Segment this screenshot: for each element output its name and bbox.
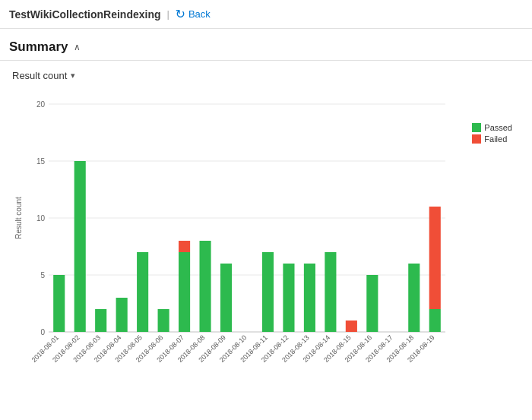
bar-passed[interactable]: [179, 252, 190, 332]
bar-passed[interactable]: [53, 275, 65, 332]
result-count-row: Result count ▾: [12, 70, 520, 81]
bar-chart: 05101520Result count2018-08-012018-08-02…: [12, 89, 514, 393]
failed-label: Failed: [484, 134, 507, 144]
bar-passed[interactable]: [429, 309, 441, 332]
failed-color-box: [472, 134, 481, 144]
bar-passed[interactable]: [283, 264, 294, 332]
bar-passed[interactable]: [95, 309, 106, 332]
svg-text:15: 15: [36, 157, 46, 166]
bar-failed[interactable]: [346, 321, 357, 332]
bar-passed[interactable]: [158, 309, 169, 332]
passed-color-box: [472, 123, 481, 132]
svg-text:Result count: Result count: [14, 197, 23, 239]
back-label: Back: [188, 8, 211, 20]
bar-failed[interactable]: [429, 207, 441, 309]
legend-failed: Failed: [472, 134, 512, 144]
svg-text:10: 10: [36, 214, 46, 223]
bar-failed[interactable]: [179, 241, 190, 252]
back-button[interactable]: ↺ Back: [176, 7, 211, 21]
page-title: TestWikiCollectionReindexing: [9, 8, 161, 21]
svg-text:5: 5: [40, 271, 45, 279]
bar-passed[interactable]: [116, 298, 128, 332]
header-separator: |: [167, 8, 169, 20]
back-icon: ↺: [176, 7, 185, 21]
chevron-down-icon[interactable]: ▾: [71, 71, 75, 81]
bar-passed[interactable]: [137, 252, 148, 332]
result-count-dropdown[interactable]: Result count: [12, 70, 67, 81]
header: TestWikiCollectionReindexing | ↺ Back: [0, 0, 532, 29]
bar-passed[interactable]: [262, 252, 274, 332]
chart-container: Result count ▾ 05101520Result count2018-…: [0, 61, 532, 420]
summary-section: Summary ∧: [0, 29, 532, 61]
bar-passed[interactable]: [304, 264, 315, 332]
bar-passed[interactable]: [325, 252, 336, 332]
summary-collapse-button[interactable]: ∧: [74, 42, 81, 52]
bar-passed[interactable]: [199, 241, 211, 332]
chart-wrapper: 05101520Result count2018-08-012018-08-02…: [12, 89, 520, 395]
svg-text:0: 0: [40, 328, 45, 336]
bar-passed[interactable]: [74, 161, 86, 332]
summary-title: Summary: [9, 39, 68, 55]
legend-passed: Passed: [472, 123, 512, 132]
bar-passed[interactable]: [220, 264, 232, 332]
bar-passed[interactable]: [366, 275, 378, 332]
svg-text:20: 20: [36, 100, 46, 109]
bar-passed[interactable]: [408, 264, 420, 332]
legend: Passed Failed: [472, 123, 512, 146]
passed-label: Passed: [484, 123, 512, 132]
